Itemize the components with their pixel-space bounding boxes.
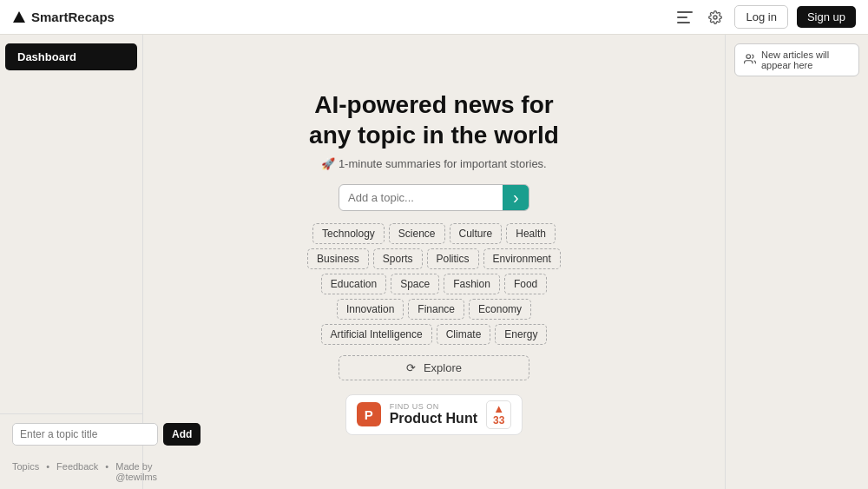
hero-title-line2: any topic in the world [309, 122, 559, 149]
tag-sports[interactable]: Sports [373, 248, 423, 269]
app-name: SmartRecaps [31, 10, 115, 24]
sidebar-bottom-section: Add Topics • Feedback • Made by @tewilms [0, 413, 142, 489]
tag-culture[interactable]: Culture [450, 223, 503, 244]
sidebar-footer: Topics • Feedback • Made by @tewilms [0, 454, 142, 489]
tag-food[interactable]: Food [504, 274, 547, 294]
search-arrow-icon: › [513, 188, 519, 208]
app-logo: SmartRecaps [12, 10, 115, 24]
explore-button[interactable]: ⟳ Explore [339, 355, 529, 380]
producthunt-badge[interactable]: P FIND US ON Product Hunt ▲ 33 [345, 394, 523, 435]
tags-row-3: Education Space Fashion Food [339, 274, 529, 294]
hero-title-line1: AI-powered news for [314, 91, 553, 118]
topnav-right: Log in Sign up [674, 5, 856, 29]
hero-subtitle: 🚀 1-minute summaries for important stori… [321, 157, 546, 170]
hero-title: AI-powered news for any topic in the wor… [309, 89, 559, 150]
svg-point-4 [713, 16, 717, 19]
footer-separator2: • [105, 461, 108, 482]
svg-rect-1 [677, 11, 693, 13]
right-panel: New articles will appear here [725, 35, 868, 489]
tag-finance[interactable]: Finance [408, 299, 464, 320]
logo-icon [12, 10, 26, 24]
tag-economy[interactable]: Economy [469, 299, 531, 320]
explore-label: Explore [424, 361, 462, 374]
list-icon-button[interactable] [674, 8, 696, 27]
login-button[interactable]: Log in [734, 5, 787, 29]
svg-point-5 [746, 54, 751, 58]
footer-separator: • [46, 461, 49, 482]
feedback-link[interactable]: Feedback [56, 461, 98, 482]
svg-rect-2 [677, 17, 687, 18]
main-layout: Dashboard Add Topics • Feedback • Made b… [0, 35, 868, 489]
gear-icon [708, 10, 722, 24]
svg-marker-0 [13, 11, 25, 23]
tags-row-2: Business Sports Politics Environment [339, 248, 529, 269]
tag-climate[interactable]: Climate [437, 324, 491, 345]
svg-rect-3 [677, 22, 690, 23]
sidebar: Dashboard Add Topics • Feedback • Made b… [0, 35, 143, 489]
tags-grid: Technology Science Culture Health Busine… [339, 223, 529, 345]
topic-search-input[interactable] [339, 185, 503, 210]
producthunt-find-label: FIND US ON [390, 402, 477, 411]
tag-ai[interactable]: Artificial Intelligence [321, 324, 432, 345]
tag-education[interactable]: Education [321, 274, 386, 294]
producthunt-votes: ▲ 33 [486, 400, 511, 429]
top-navigation: SmartRecaps Log in Sign up [0, 0, 868, 35]
signup-button[interactable]: Sign up [797, 6, 856, 28]
tag-innovation[interactable]: Innovation [337, 299, 404, 320]
tag-energy[interactable]: Energy [495, 324, 547, 345]
explore-icon: ⟳ [406, 361, 416, 374]
sidebar-input-section: Add [0, 413, 142, 454]
topic-search-button[interactable]: › [503, 185, 529, 210]
list-icon [677, 11, 693, 23]
sidebar-item-dashboard[interactable]: Dashboard [5, 43, 137, 70]
tags-row-4: Innovation Finance Economy [339, 299, 529, 320]
tag-politics[interactable]: Politics [427, 248, 479, 269]
topic-input-wrap: Add [12, 423, 130, 446]
producthunt-logo: P [357, 402, 381, 426]
producthunt-name: Product Hunt [390, 411, 477, 426]
new-articles-icon [744, 53, 756, 68]
settings-icon-button[interactable] [705, 7, 726, 28]
tag-space[interactable]: Space [391, 274, 439, 294]
main-content: AI-powered news for any topic in the wor… [143, 35, 725, 489]
new-articles-label: New articles will appear here [761, 50, 850, 70]
topic-search-bar: › [339, 184, 529, 211]
tag-technology[interactable]: Technology [312, 223, 385, 244]
tag-fashion[interactable]: Fashion [444, 274, 500, 294]
topic-input[interactable] [12, 423, 158, 446]
producthunt-count: 33 [493, 414, 504, 426]
new-articles-badge[interactable]: New articles will appear here [734, 43, 859, 76]
sidebar-top: Dashboard [0, 35, 142, 79]
tag-business[interactable]: Business [307, 248, 369, 269]
tag-health[interactable]: Health [506, 223, 556, 244]
tag-science[interactable]: Science [389, 223, 445, 244]
tags-row-1: Technology Science Culture Health [339, 223, 529, 244]
producthunt-arrow-icon: ▲ [493, 403, 504, 414]
producthunt-text: FIND US ON Product Hunt [390, 402, 477, 426]
tag-environment[interactable]: Environment [483, 248, 561, 269]
topics-link[interactable]: Topics [12, 461, 39, 482]
tags-row-5: Artificial Intelligence Climate Energy [339, 324, 529, 345]
